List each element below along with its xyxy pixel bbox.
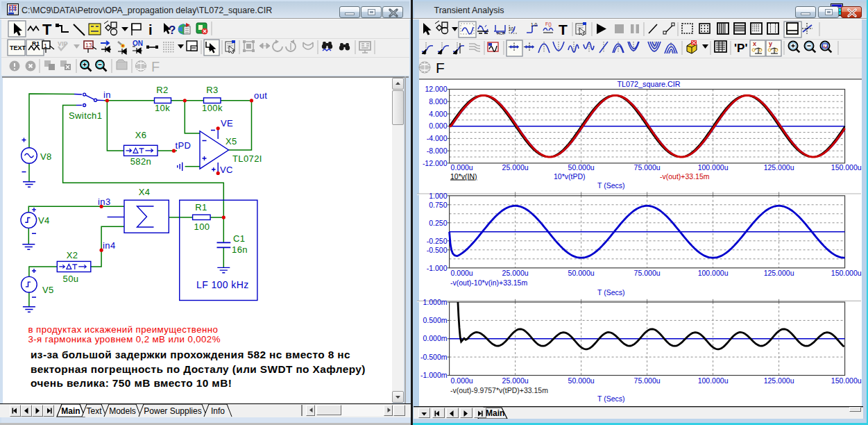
svg-text:150.000u: 150.000u	[831, 163, 862, 172]
svg-text:HOF: HOF	[497, 31, 506, 35]
svg-text:T (Secs): T (Secs)	[597, 181, 624, 190]
svg-text:1.000m: 1.000m	[423, 298, 447, 306]
svg-text:y: y	[769, 40, 772, 47]
svg-text:T (Secs): T (Secs)	[597, 288, 624, 297]
svg-text:10: 10	[509, 26, 514, 31]
svg-text:F(): F()	[545, 22, 552, 27]
svg-text:векторная погрещность по Доста: векторная погрещность по Досталу (или SW…	[31, 363, 366, 375]
svg-text:582n: 582n	[130, 156, 152, 167]
svg-text:X5: X5	[225, 136, 237, 147]
svg-text:TEXT: TEXT	[10, 44, 26, 51]
svg-text:1: 1	[44, 42, 47, 49]
svg-text:X4: X4	[139, 187, 151, 197]
svg-text:16n: 16n	[232, 244, 248, 255]
svg-text:125.000u: 125.000u	[764, 163, 794, 172]
svg-text:1.0: 1.0	[531, 22, 537, 27]
svg-text:8.000: 8.000	[429, 97, 447, 106]
svg-text:VE: VE	[221, 118, 233, 128]
svg-text:-1.000: -1.000	[427, 264, 448, 272]
svg-text:125.000u: 125.000u	[764, 269, 794, 277]
svg-text:C1: C1	[233, 233, 245, 244]
svg-text:x: x	[753, 40, 756, 47]
svg-text:50.000u: 50.000u	[568, 269, 595, 277]
svg-text:из-за большой задержки прохожд: из-за большой задержки прохождения 582 н…	[31, 349, 350, 360]
svg-text:75.000u: 75.000u	[634, 269, 661, 277]
svg-text:0.750: 0.750	[429, 201, 447, 209]
svg-text:0.000u: 0.000u	[451, 376, 473, 385]
svg-text:out: out	[254, 90, 267, 101]
svg-text:R1: R1	[195, 202, 207, 212]
svg-text:X6: X6	[135, 130, 147, 140]
svg-text:10*v(IN): 10*v(IN)	[450, 172, 477, 181]
svg-text:in4: in4	[103, 240, 116, 251]
svg-text:Text: Text	[86, 406, 102, 416]
svg-text:100.000u: 100.000u	[698, 269, 729, 277]
svg-text:TL072I: TL072I	[232, 153, 262, 164]
svg-text:Power Supplies: Power Supplies	[144, 406, 201, 416]
svg-text:TL072_square.CIR: TL072_square.CIR	[617, 80, 680, 88]
svg-text:100.000u: 100.000u	[698, 163, 729, 172]
svg-text:12.000: 12.000	[425, 85, 447, 93]
svg-text:?: ?	[169, 24, 176, 37]
svg-text:'P': 'P'	[734, 42, 747, 55]
svg-text:V5: V5	[42, 285, 54, 295]
svg-text:-0.250: -0.250	[427, 237, 448, 245]
svg-text:T: T	[42, 21, 52, 38]
svg-text:ON: ON	[133, 40, 143, 47]
svg-text:50u: 50u	[63, 274, 79, 284]
svg-text:V8: V8	[40, 151, 52, 162]
svg-text:R2: R2	[156, 85, 168, 95]
svg-text:50.000u: 50.000u	[568, 376, 595, 385]
svg-text:tPD: tPD	[176, 140, 192, 151]
svg-text:in3: in3	[98, 197, 111, 207]
svg-text:75.000u: 75.000u	[634, 376, 661, 385]
svg-text:0.500m: 0.500m	[423, 316, 447, 324]
svg-text:R3: R3	[206, 85, 218, 95]
svg-text:-v(out)-9.9757*v(tPD)+33.15m: -v(out)-9.9757*v(tPD)+33.15m	[450, 386, 548, 394]
svg-text:25.000u: 25.000u	[502, 376, 529, 385]
svg-text:0.000m: 0.000m	[423, 334, 447, 342]
svg-text:-v(out)+33.15m: -v(out)+33.15m	[660, 172, 710, 181]
svg-text:125.000u: 125.000u	[764, 376, 794, 385]
svg-text:-v(out)-10*v(in)+33.15m: -v(out)-10*v(in)+33.15m	[450, 278, 527, 287]
svg-text:in: in	[103, 90, 111, 100]
svg-text:-0.500m: -0.500m	[420, 353, 448, 361]
svg-text:-0.500: -0.500	[427, 246, 448, 254]
svg-text:13: 13	[85, 42, 92, 49]
svg-text:T: T	[559, 22, 568, 38]
svg-text:150.000u: 150.000u	[831, 269, 862, 277]
svg-text:0.000: 0.000	[429, 122, 447, 130]
svg-text:100: 100	[194, 222, 210, 232]
svg-text:0.000u: 0.000u	[451, 163, 473, 172]
svg-text:в продуктах искажений преимуще: в продуктах искажений преимущественно	[28, 324, 219, 335]
svg-text:F: F	[151, 59, 160, 74]
svg-text:10k: 10k	[155, 103, 170, 113]
svg-text:Main: Main	[486, 408, 504, 418]
svg-text:0.000u: 0.000u	[451, 269, 473, 277]
svg-text:-8.000: -8.000	[427, 147, 448, 155]
svg-text:очень велика: 750 мВ вместо 10: очень велика: 750 мВ вместо 10 мВ!	[31, 377, 232, 389]
svg-text:-1.000m: -1.000m	[420, 371, 448, 379]
svg-text:100.000u: 100.000u	[698, 376, 729, 385]
svg-text:i: i	[148, 22, 153, 38]
svg-text:R1: R1	[32, 40, 40, 47]
svg-text:Switch1: Switch1	[69, 110, 102, 121]
svg-text:LF 100 kHz: LF 100 kHz	[196, 279, 249, 290]
svg-text:25.000u: 25.000u	[502, 163, 529, 172]
svg-text:1.000: 1.000	[429, 192, 447, 200]
svg-text:100k: 100k	[202, 103, 223, 113]
svg-text:50.000u: 50.000u	[568, 163, 595, 172]
svg-text:Main: Main	[61, 406, 80, 416]
svg-text:150.000u: 150.000u	[831, 376, 862, 385]
svg-text:25.000u: 25.000u	[502, 269, 529, 277]
svg-text:V4: V4	[38, 215, 50, 226]
svg-text:F: F	[436, 60, 445, 76]
svg-text:-4.000: -4.000	[427, 134, 448, 142]
svg-text:VC: VC	[220, 165, 233, 175]
svg-text:X2: X2	[67, 250, 78, 260]
svg-text:Info: Info	[211, 406, 225, 416]
svg-text:3-я гармоника уровнем 0,2 мВ и: 3-я гармоника уровнем 0,2 мВ или 0,002%	[28, 334, 221, 344]
svg-text:4.000: 4.000	[429, 110, 447, 118]
svg-text:75.000u: 75.000u	[634, 163, 661, 172]
svg-text:-12.000: -12.000	[423, 159, 448, 167]
